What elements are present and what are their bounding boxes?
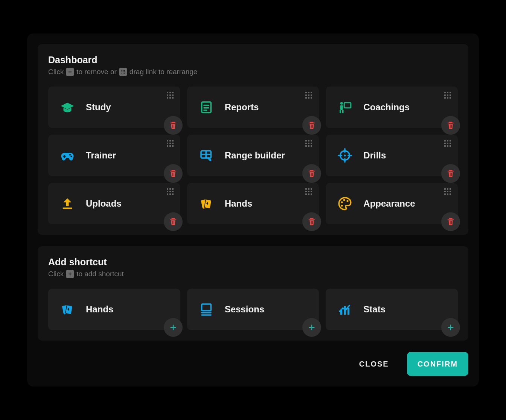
plus-icon [169, 323, 177, 332]
modal-footer: CLOSE CONFIRM [38, 352, 468, 376]
document-icon [198, 99, 214, 115]
dashboard-cards: Study Reports Coachi [48, 87, 458, 224]
card-label: Reports [225, 102, 259, 113]
remove-button[interactable] [441, 116, 460, 135]
add-cards: Hands Sessions Stats [48, 289, 458, 330]
svg-rect-16 [340, 110, 341, 113]
remove-button[interactable] [441, 212, 460, 231]
dashboard-card-range-builder[interactable]: Range builder [187, 135, 319, 176]
svg-rect-43 [201, 304, 211, 311]
svg-rect-32 [63, 208, 72, 209]
drag-handle[interactable] [444, 92, 451, 99]
add-button[interactable] [302, 318, 321, 337]
remove-button[interactable] [164, 164, 183, 183]
add-card-hands[interactable]: Hands [48, 289, 180, 330]
add-card-stats[interactable]: Stats [326, 289, 458, 330]
drag-handle[interactable] [305, 140, 312, 147]
remove-button[interactable] [302, 212, 321, 231]
plus-icon [308, 323, 316, 332]
palette-icon [337, 196, 353, 212]
cards-icon [59, 301, 75, 317]
trash-icon [169, 121, 177, 129]
card-label: Coachings [363, 102, 410, 113]
dashboard-title: Dashboard [48, 55, 458, 65]
dashboard-hint: Click to remove or drag link to rearrang… [48, 68, 458, 76]
dashboard-card-coachings[interactable]: Coachings [326, 87, 458, 128]
dashboard-card-reports[interactable]: Reports [187, 87, 319, 128]
card-label: Trainer [86, 150, 116, 161]
dashboard-card-appearance[interactable]: Appearance [326, 183, 458, 224]
svg-rect-0 [69, 72, 72, 72]
svg-point-2 [123, 70, 123, 71]
trash-icon [169, 169, 177, 178]
drag-handle[interactable] [305, 188, 312, 195]
drag-handle[interactable] [444, 188, 451, 195]
svg-rect-40 [69, 274, 72, 274]
card-label: Range builder [225, 150, 285, 161]
plus-chip-icon [66, 270, 74, 278]
svg-point-36 [343, 199, 345, 201]
graduation-cap-icon [59, 99, 75, 115]
table-edit-icon [198, 148, 214, 163]
remove-button[interactable] [164, 116, 183, 135]
add-button[interactable] [164, 318, 183, 337]
svg-point-4 [121, 72, 122, 72]
card-label: Drills [363, 150, 386, 161]
card-label: Stats [363, 304, 386, 315]
add-shortcut-section: Add shortcut Click to add shortcut Hands [38, 246, 468, 341]
drag-handle[interactable] [167, 140, 174, 147]
remove-button[interactable] [164, 212, 183, 231]
card-label: Hands [225, 198, 252, 209]
dashboard-card-uploads[interactable]: Uploads [48, 183, 180, 224]
stats-icon [337, 301, 353, 317]
card-label: Uploads [86, 198, 122, 209]
svg-point-6 [124, 72, 125, 72]
add-shortcut-hint: Click to add shortcut [48, 270, 458, 278]
svg-point-19 [69, 154, 71, 155]
card-label: Study [86, 102, 111, 113]
svg-point-8 [123, 73, 123, 73]
add-card-sessions[interactable]: Sessions [187, 289, 319, 330]
svg-rect-22 [63, 156, 66, 157]
svg-point-35 [341, 201, 343, 203]
upload-icon [59, 196, 75, 212]
dashboard-card-trainer[interactable]: Trainer [48, 135, 180, 176]
dashboard-card-hands[interactable]: Hands [187, 183, 319, 224]
card-label: Appearance [363, 198, 415, 209]
drag-handle[interactable] [444, 140, 451, 147]
cards-icon [198, 196, 214, 212]
add-shortcut-title: Add shortcut [48, 257, 458, 268]
remove-button[interactable] [302, 164, 321, 183]
drag-handle[interactable] [167, 188, 174, 195]
svg-point-14 [340, 102, 343, 105]
trash-icon [169, 218, 177, 226]
svg-point-27 [344, 154, 346, 156]
svg-point-5 [123, 72, 123, 72]
trash-icon [447, 169, 455, 178]
svg-rect-48 [347, 308, 349, 315]
dashboard-section: Dashboard Click to remove or drag link t… [38, 44, 468, 235]
svg-point-3 [124, 70, 125, 71]
drag-handle[interactable] [305, 92, 312, 99]
dashboard-card-study[interactable]: Study [48, 87, 180, 128]
confirm-button[interactable]: CONFIRM [407, 352, 468, 376]
svg-point-7 [121, 73, 122, 73]
shortcuts-modal: Dashboard Click to remove or drag link t… [27, 33, 479, 387]
plus-icon [447, 323, 455, 332]
sessions-icon [198, 301, 214, 317]
crosshair-icon [337, 148, 353, 163]
svg-point-20 [70, 155, 72, 157]
drag-chip-icon [119, 68, 127, 76]
gamepad-icon [59, 148, 75, 163]
dashboard-card-drills[interactable]: Drills [326, 135, 458, 176]
close-button[interactable]: CLOSE [349, 352, 399, 376]
add-button[interactable] [441, 318, 460, 337]
card-label: Sessions [225, 304, 264, 315]
presentation-icon [337, 99, 353, 115]
svg-rect-17 [342, 110, 344, 113]
remove-button[interactable] [441, 164, 460, 183]
minus-chip-icon [66, 68, 74, 76]
remove-button[interactable] [302, 116, 321, 135]
drag-handle[interactable] [167, 92, 174, 99]
trash-icon [308, 121, 316, 129]
